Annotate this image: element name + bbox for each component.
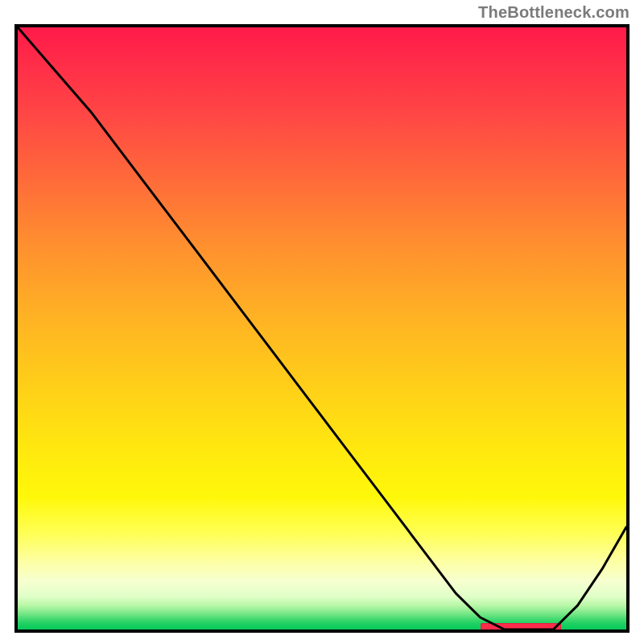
bottleneck-curve [18, 27, 626, 630]
plot-area [14, 24, 630, 633]
chart-container: TheBottleneck.com [0, 0, 644, 644]
curve-layer [18, 27, 626, 630]
attribution-text: TheBottleneck.com [478, 3, 630, 22]
